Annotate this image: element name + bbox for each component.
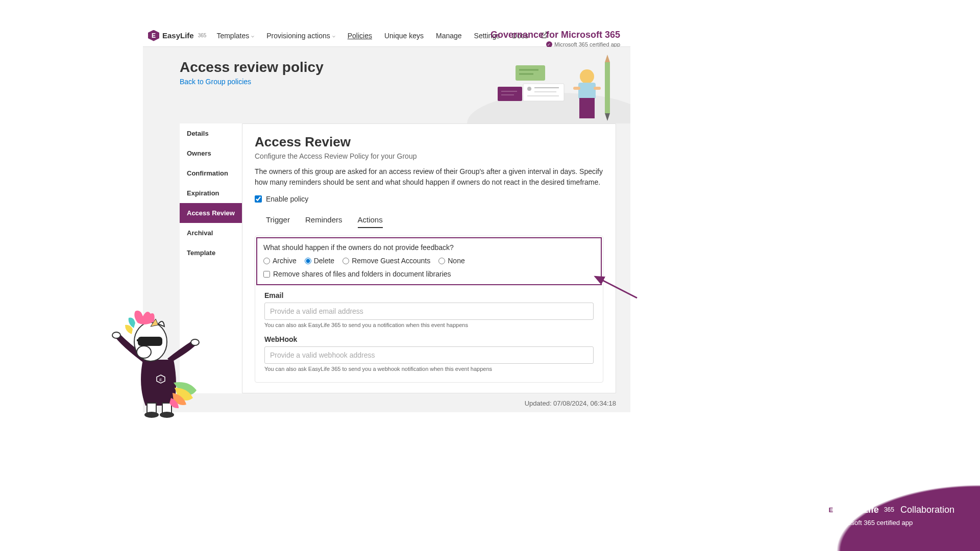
enable-policy-checkbox[interactable] [255, 195, 262, 203]
svg-rect-6 [573, 87, 580, 90]
webhook-label: WebHook [264, 335, 594, 343]
radio-delete-input[interactable] [305, 258, 311, 264]
svg-rect-8 [605, 62, 610, 113]
radio-row: Archive Delete Remove Guest Accounts [263, 257, 595, 265]
enable-policy-label: Enable policy [266, 195, 308, 203]
svg-point-27 [160, 412, 174, 418]
radio-label: Delete [314, 257, 334, 265]
panel-subtitle: Configure the Access Review Policy for y… [255, 152, 603, 160]
sidebar-item-confirmation[interactable]: Confirmation [180, 163, 242, 183]
nav-templates[interactable]: Templates ⌵ [216, 32, 254, 40]
sidebar-item-owners[interactable]: Owners [180, 143, 242, 163]
footer-cert-text: Microsoft 365 certified app [835, 519, 913, 527]
topbar: E EasyLife 365 Templates ⌵ Provisioning … [143, 24, 630, 47]
radio-remove-guest[interactable]: Remove Guest Accounts [342, 257, 430, 265]
radio-archive-input[interactable] [263, 258, 270, 264]
header-area: Access review policy Back to Group polic… [143, 47, 630, 123]
radio-archive[interactable]: Archive [263, 257, 297, 265]
svg-rect-11 [516, 65, 545, 81]
svg-text:E: E [159, 378, 162, 382]
svg-rect-5 [579, 98, 595, 118]
nav-label: Provisioning actions [266, 32, 330, 40]
chevron-down-icon: ⌵ [332, 33, 335, 38]
footer-cert-icon: ✓ [825, 519, 832, 527]
svg-marker-9 [605, 55, 610, 62]
email-label: Email [264, 291, 594, 299]
sidebar-item-expiration[interactable]: Expiration [180, 183, 242, 203]
nav-provisioning[interactable]: Provisioning actions ⌵ [266, 32, 335, 40]
svg-point-34 [112, 332, 120, 338]
enable-policy-row: Enable policy [255, 195, 603, 203]
unicorn-mascot-icon: E [107, 298, 209, 418]
panel-description: The owners of this group are asked for a… [255, 166, 603, 188]
radio-label: Remove Guest Accounts [352, 257, 430, 265]
nav-unique-keys[interactable]: Unique keys [384, 32, 424, 40]
tab-trigger[interactable]: Trigger [266, 212, 290, 228]
remove-shares-row[interactable]: Remove shares of files and folders in do… [263, 270, 595, 278]
governance-title: Governance for Microsoft 365 [491, 30, 620, 40]
chevron-down-icon: ⌵ [251, 33, 254, 38]
email-input[interactable] [264, 303, 594, 320]
svg-point-29 [137, 346, 151, 358]
highlight-box: What should happen if the owners do not … [256, 237, 602, 285]
svg-point-35 [191, 339, 199, 345]
tab-reminders[interactable]: Reminders [305, 212, 342, 228]
action-panel: What should happen if the owners do not … [255, 236, 603, 383]
content-area: Details Owners Confirmation Expiration A… [143, 123, 630, 393]
nav-label: Templates [216, 32, 249, 40]
brand-name: EasyLife [162, 31, 194, 40]
webhook-input[interactable] [264, 346, 594, 364]
svg-point-26 [144, 412, 159, 418]
svg-rect-4 [578, 83, 596, 99]
sidebar-item-access-review[interactable]: Access Review [180, 203, 242, 223]
footer-brand: EasyLife [841, 505, 879, 515]
footer-cert: ✓ Microsoft 365 certified app [825, 519, 954, 527]
svg-point-18 [527, 87, 531, 91]
svg-rect-31 [137, 339, 140, 341]
remove-shares-label: Remove shares of files and folders in do… [273, 270, 451, 278]
sidebar-item-template[interactable]: Template [180, 243, 242, 263]
svg-rect-30 [138, 337, 162, 346]
email-help: You can also ask EasyLife 365 to send yo… [264, 322, 594, 328]
feedback-question: What should happen if the owners do not … [263, 243, 595, 252]
radio-delete[interactable]: Delete [305, 257, 334, 265]
main-panel: Access Review Configure the Access Revie… [242, 123, 616, 393]
radio-none[interactable]: None [438, 257, 464, 265]
app-container: E EasyLife 365 Templates ⌵ Provisioning … [143, 24, 630, 412]
tabs: Trigger Reminders Actions [255, 212, 603, 229]
footer-sub: 365 [884, 506, 894, 513]
footer-logo-icon: E [825, 504, 837, 516]
footer-branding: E EasyLife365 Collaboration ✓ Microsoft … [825, 504, 954, 527]
brand-sub: 365 [198, 33, 207, 38]
nav-policies[interactable]: Policies [348, 32, 372, 40]
footer-bubble: E EasyLife365 Collaboration ✓ Microsoft … [582, 367, 980, 551]
brand-logo[interactable]: E EasyLife 365 [148, 30, 206, 41]
updated-timestamp: Updated: 07/08/2024, 06:34:18 [143, 393, 630, 412]
footer-collab: Collaboration [900, 505, 954, 515]
webhook-help: You can also ask EasyLife 365 to send yo… [264, 366, 594, 372]
panel-title: Access Review [255, 134, 603, 150]
svg-rect-14 [498, 87, 522, 101]
radio-none-input[interactable] [438, 258, 445, 264]
remove-shares-checkbox[interactable] [263, 271, 270, 278]
sidebar-item-details[interactable]: Details [180, 123, 242, 143]
back-link[interactable]: Back to Group policies [180, 78, 251, 86]
header-illustration [457, 47, 630, 123]
logo-hex-icon: E [148, 30, 159, 41]
svg-rect-7 [594, 87, 601, 90]
tab-actions[interactable]: Actions [358, 212, 383, 228]
sidebar-item-archival[interactable]: Archival [180, 223, 242, 243]
nav-manage[interactable]: Manage [436, 32, 462, 40]
svg-rect-3 [582, 70, 592, 75]
radio-label: None [448, 257, 464, 265]
radio-label: Archive [273, 257, 297, 265]
radio-remove-guest-input[interactable] [342, 258, 349, 264]
